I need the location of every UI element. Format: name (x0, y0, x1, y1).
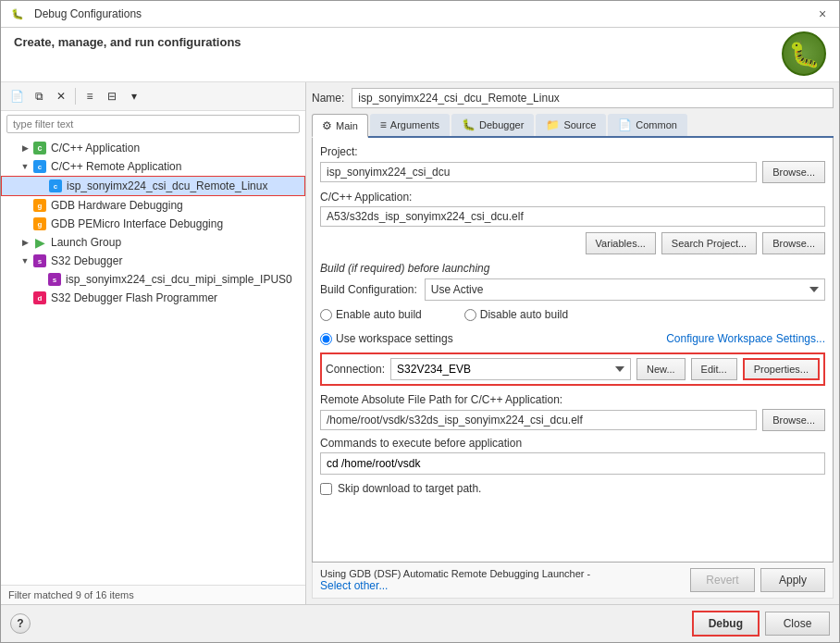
dialog-icon: 🐛 (10, 6, 25, 21)
cpp-browse-button[interactable]: Browse... (762, 232, 825, 254)
tree-item-label: isp_sonyimx224_csi_dcu_Remote_Linux (67, 179, 267, 192)
select-other-link[interactable]: Select other... (320, 579, 388, 592)
tree-item-s32-mipi[interactable]: ▶ s isp_sonyimx224_csi_dcu_mipi_simple_I… (1, 270, 305, 289)
connection-select[interactable]: S32V234_EVB (390, 358, 631, 380)
disable-auto-build-radio[interactable]: Disable auto build (464, 308, 568, 321)
help-button[interactable]: ? (10, 613, 31, 634)
search-project-button[interactable]: Search Project... (661, 232, 757, 254)
new-config-button[interactable]: 📄 (6, 86, 27, 106)
s32-flash-icon: d (32, 291, 47, 305)
cpp-app-buttons-row: Variables... Search Project... Browse... (320, 232, 825, 254)
toolbar-divider (75, 88, 76, 105)
args-tab-icon: ≡ (380, 118, 387, 131)
name-label: Name: (312, 92, 344, 105)
cpp-app-input[interactable] (320, 206, 825, 227)
connection-label: Connection: (326, 363, 385, 376)
filter-config-button[interactable]: ≡ (80, 86, 100, 106)
main-tab-label: Main (336, 120, 358, 131)
project-input[interactable] (320, 162, 757, 182)
isp-icon: c (48, 179, 63, 193)
tree-item-label: S32 Debugger Flash Programmer (51, 291, 217, 304)
launcher-info-bar: Using GDB (DSF) Automatic Remote Debuggi… (312, 563, 834, 599)
tree-item-gdb-pemicro[interactable]: ▶ g GDB PEMicro Interface Debugging (1, 215, 305, 233)
footer-right: Debug Close (692, 611, 830, 637)
config-tree: ▶ c C/C++ Application ▼ c C/C++ Remote A… (1, 137, 305, 585)
source-tab-icon: 📁 (546, 118, 560, 131)
workspace-settings-radio[interactable]: Use workspace settings (320, 332, 453, 345)
tree-item-s32-flash[interactable]: ▶ d S32 Debugger Flash Programmer (1, 289, 305, 307)
filter-input[interactable] (6, 115, 300, 133)
collapse-config-button[interactable]: ⊟ (102, 86, 122, 106)
tree-item-cpp-remote[interactable]: ▼ c C/C++ Remote Application (1, 157, 305, 176)
new-connection-button[interactable]: New... (636, 358, 686, 380)
project-browse-button[interactable]: Browse... (762, 161, 825, 183)
skip-checkbox[interactable] (320, 483, 332, 495)
remote-path-label: Remote Absolute File Path for C/C++ Appl… (320, 393, 825, 406)
edit-connection-button[interactable]: Edit... (691, 358, 737, 380)
args-tab-label: Arguments (390, 119, 439, 130)
debug-configurations-dialog: 🐛 Debug Configurations × Create, manage,… (0, 0, 840, 643)
main-tab-icon: ⚙ (322, 119, 332, 132)
tree-arrow: ▶ (19, 142, 31, 154)
gdb-hw-icon: g (32, 198, 47, 213)
enable-auto-build-label: Enable auto build (336, 308, 422, 321)
tree-arrow: ▼ (19, 255, 31, 266)
left-toolbar: 📄 ⧉ ✕ ≡ ⊟ ▾ (1, 82, 305, 111)
build-section: Build (if required) before launching Bui… (320, 262, 825, 345)
workspace-row: Use workspace settings Configure Workspa… (320, 332, 825, 345)
tree-item-s32-debugger[interactable]: ▼ s S32 Debugger (1, 252, 305, 270)
name-input[interactable] (352, 88, 834, 108)
workspace-settings-label: Use workspace settings (336, 332, 453, 345)
configure-workspace-link[interactable]: Configure Workspace Settings... (666, 332, 825, 345)
common-tab-icon: 📄 (618, 118, 632, 131)
disable-auto-build-input[interactable] (464, 309, 476, 321)
properties-button[interactable]: Properties... (743, 358, 820, 380)
tree-item-label: S32 Debugger (51, 254, 122, 267)
more-config-button[interactable]: ▾ (124, 86, 144, 106)
commands-section: Commands to execute before application (320, 437, 825, 475)
cpp-app-section: C/C++ Application: Variables... Search P… (320, 191, 825, 254)
name-row: Name: (312, 88, 834, 108)
close-button[interactable]: Close (765, 612, 830, 636)
commands-input[interactable] (320, 452, 825, 475)
tab-source[interactable]: 📁 Source (536, 114, 606, 136)
debugger-tab-icon: 🐛 (462, 118, 476, 131)
duplicate-config-button[interactable]: ⧉ (29, 86, 49, 106)
tab-debugger[interactable]: 🐛 Debugger (451, 114, 534, 136)
build-radio-row: Enable auto build Disable auto build (320, 308, 825, 327)
source-tab-label: Source (563, 119, 596, 130)
remote-browse-button[interactable]: Browse... (762, 409, 825, 431)
tab-arguments[interactable]: ≡ Arguments (370, 114, 450, 136)
close-button[interactable]: × (815, 6, 830, 21)
tree-item-launch-group[interactable]: ▶ ▶ Launch Group (1, 233, 305, 252)
enable-auto-build-radio[interactable]: Enable auto build (320, 308, 422, 321)
tree-item-isp[interactable]: ▶ c isp_sonyimx224_csi_dcu_Remote_Linux (1, 176, 305, 196)
tree-item-gdb-hw[interactable]: ▶ g GDB Hardware Debugging (1, 196, 305, 215)
tree-item-label: isp_sonyimx224_csi_dcu_mipi_simple_IPUS0 (66, 273, 292, 286)
dialog-title: Debug Configurations (34, 7, 809, 20)
variables-button[interactable]: Variables... (586, 232, 656, 254)
disable-auto-build-label: Disable auto build (480, 308, 568, 321)
debug-button[interactable]: Debug (692, 611, 760, 637)
disable-auto-radio-group: Disable auto build (464, 308, 568, 321)
tab-main[interactable]: ⚙ Main (312, 114, 368, 138)
revert-button[interactable]: Revert (690, 568, 755, 592)
tree-arrow: ▼ (19, 161, 31, 172)
commands-label: Commands to execute before application (320, 437, 825, 450)
enable-auto-build-input[interactable] (320, 309, 332, 321)
delete-config-button[interactable]: ✕ (51, 86, 71, 106)
build-section-label: Build (if required) before launching (320, 262, 825, 275)
tabs-bar: ⚙ Main ≡ Arguments 🐛 Debugger 📁 Source 📄 (312, 114, 834, 138)
tab-common[interactable]: 📄 Common (608, 114, 687, 136)
tree-item-c-app[interactable]: ▶ c C/C++ Application (1, 139, 305, 157)
remote-path-input[interactable] (320, 410, 757, 430)
filter-status: Filter matched 9 of 16 items (1, 585, 305, 604)
cpp-app-row (320, 206, 825, 227)
debugger-tab-label: Debugger (479, 119, 524, 130)
remote-path-section: Remote Absolute File Path for C/C++ Appl… (320, 393, 825, 431)
launcher-info: Using GDB (DSF) Automatic Remote Debuggi… (320, 568, 590, 592)
workspace-settings-input[interactable] (320, 333, 332, 345)
build-config-select[interactable]: Use Active Select Automatically Disable … (425, 278, 825, 301)
main-content: 📄 ⧉ ✕ ≡ ⊟ ▾ ▶ c C/C++ Application ▼ (1, 82, 839, 604)
apply-button[interactable]: Apply (760, 568, 825, 592)
